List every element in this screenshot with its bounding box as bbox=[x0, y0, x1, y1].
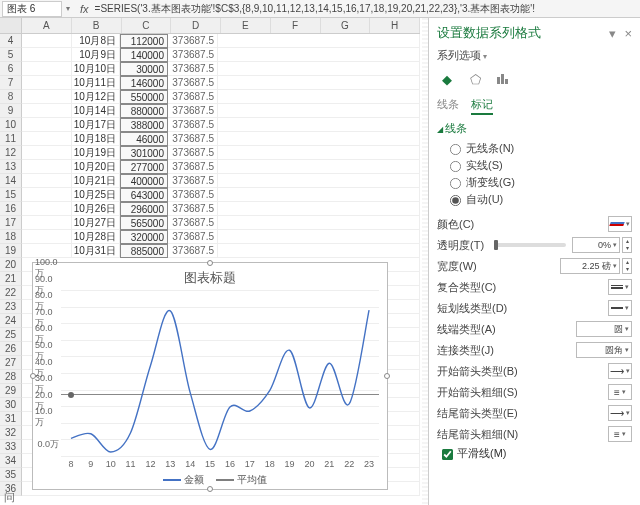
cell[interactable]: 10月26日 bbox=[72, 202, 120, 216]
transparency-value[interactable]: 0% bbox=[572, 237, 620, 253]
cell[interactable]: 140000 bbox=[120, 48, 168, 62]
row-header[interactable]: 6 bbox=[0, 62, 22, 76]
cell[interactable]: 10月25日 bbox=[72, 188, 120, 202]
cell[interactable] bbox=[218, 202, 420, 216]
chart-legend[interactable]: 金额 平均值 bbox=[33, 473, 387, 487]
row-header[interactable]: 18 bbox=[0, 230, 22, 244]
cell[interactable] bbox=[22, 160, 72, 174]
column-header[interactable]: C bbox=[122, 18, 172, 33]
cell[interactable] bbox=[218, 230, 420, 244]
cell[interactable] bbox=[218, 76, 420, 90]
series-options-tab-icon[interactable] bbox=[493, 69, 513, 89]
row-header[interactable]: 35 bbox=[0, 468, 22, 482]
task-pane-options-icon[interactable]: ▾ bbox=[609, 26, 616, 41]
cell[interactable]: 373687.5 bbox=[168, 34, 218, 48]
cell[interactable]: 10月12日 bbox=[72, 90, 120, 104]
cell[interactable]: 10月14日 bbox=[72, 104, 120, 118]
compound-type-picker[interactable] bbox=[608, 279, 632, 295]
cell[interactable]: 373687.5 bbox=[168, 230, 218, 244]
cell[interactable]: 10月8日 bbox=[72, 34, 120, 48]
row-header[interactable]: 8 bbox=[0, 90, 22, 104]
cell[interactable]: 10月11日 bbox=[72, 76, 120, 90]
effects-tab-icon[interactable]: ⬠ bbox=[465, 69, 485, 89]
row-header[interactable]: 4 bbox=[0, 34, 22, 48]
cell[interactable]: 643000 bbox=[120, 188, 168, 202]
color-picker[interactable] bbox=[608, 216, 632, 232]
line-section-header[interactable]: 线条 bbox=[437, 121, 632, 136]
cell[interactable] bbox=[22, 132, 72, 146]
row-header[interactable]: 19 bbox=[0, 244, 22, 258]
select-all-corner[interactable] bbox=[0, 18, 22, 34]
cell[interactable] bbox=[22, 48, 72, 62]
cell[interactable] bbox=[22, 174, 72, 188]
row-header[interactable]: 9 bbox=[0, 104, 22, 118]
cell[interactable]: 373687.5 bbox=[168, 244, 218, 258]
chart-plot-area[interactable]: 0.0万10.0万20.0万30.0万40.0万50.0万60.0万70.0万8… bbox=[61, 291, 379, 457]
cell[interactable]: 373687.5 bbox=[168, 62, 218, 76]
tab-line[interactable]: 线条 bbox=[437, 97, 459, 115]
column-header[interactable]: H bbox=[370, 18, 420, 33]
embedded-chart[interactable]: 图表标题 0.0万10.0万20.0万30.0万40.0万50.0万60.0万7… bbox=[32, 262, 388, 490]
cell[interactable]: 277000 bbox=[120, 160, 168, 174]
cell[interactable]: 10月31日 bbox=[72, 244, 120, 258]
column-headers[interactable]: ABCDEFGH bbox=[22, 18, 420, 34]
radio-no-line[interactable]: 无线条(N) bbox=[449, 140, 632, 157]
cell[interactable]: 146000 bbox=[120, 76, 168, 90]
cap-type-select[interactable]: 圆 bbox=[576, 321, 632, 337]
cell[interactable]: 373687.5 bbox=[168, 48, 218, 62]
cell[interactable]: 10月18日 bbox=[72, 132, 120, 146]
series-options-dropdown[interactable]: 系列选项 bbox=[437, 48, 632, 63]
column-header[interactable]: F bbox=[271, 18, 321, 33]
cell[interactable]: 373687.5 bbox=[168, 104, 218, 118]
cell[interactable] bbox=[22, 202, 72, 216]
cell[interactable] bbox=[218, 160, 420, 174]
cell[interactable]: 10月20日 bbox=[72, 160, 120, 174]
cell[interactable] bbox=[22, 34, 72, 48]
row-header[interactable]: 30 bbox=[0, 398, 22, 412]
row-header[interactable]: 11 bbox=[0, 132, 22, 146]
cell[interactable]: 10月10日 bbox=[72, 62, 120, 76]
column-header[interactable]: A bbox=[22, 18, 72, 33]
cell[interactable]: 400000 bbox=[120, 174, 168, 188]
cell[interactable] bbox=[218, 188, 420, 202]
column-header[interactable]: G bbox=[321, 18, 371, 33]
cell[interactable] bbox=[22, 118, 72, 132]
cell[interactable]: 885000 bbox=[120, 244, 168, 258]
tab-marker[interactable]: 标记 bbox=[471, 97, 493, 115]
cell[interactable]: 46000 bbox=[120, 132, 168, 146]
column-header[interactable]: D bbox=[171, 18, 221, 33]
row-header[interactable]: 24 bbox=[0, 314, 22, 328]
smooth-line-checkbox[interactable]: 平滑线(M) bbox=[441, 446, 632, 461]
cell[interactable] bbox=[218, 104, 420, 118]
cell[interactable] bbox=[218, 62, 420, 76]
row-header[interactable]: 7 bbox=[0, 76, 22, 90]
cell[interactable]: 373687.5 bbox=[168, 146, 218, 160]
width-spinner[interactable]: ▴▾ bbox=[622, 258, 632, 274]
width-value[interactable]: 2.25 磅 bbox=[560, 258, 620, 274]
cell[interactable]: 388000 bbox=[120, 118, 168, 132]
column-header[interactable]: E bbox=[221, 18, 271, 33]
begin-arrow-size-picker[interactable]: ≡ bbox=[608, 384, 632, 400]
cell[interactable]: 10月19日 bbox=[72, 146, 120, 160]
cell[interactable]: 10月21日 bbox=[72, 174, 120, 188]
cell[interactable] bbox=[22, 76, 72, 90]
cell[interactable] bbox=[218, 90, 420, 104]
cell[interactable]: 10月27日 bbox=[72, 216, 120, 230]
cell[interactable]: 373687.5 bbox=[168, 216, 218, 230]
cell[interactable]: 112000 bbox=[120, 34, 168, 48]
row-header[interactable]: 32 bbox=[0, 426, 22, 440]
cell[interactable] bbox=[22, 188, 72, 202]
cell[interactable] bbox=[22, 90, 72, 104]
name-box-dropdown[interactable]: ▾ bbox=[62, 4, 74, 13]
cell[interactable]: 373687.5 bbox=[168, 160, 218, 174]
cell[interactable]: 10月28日 bbox=[72, 230, 120, 244]
formula-bar[interactable]: =SERIES('3.基本图表功能'!$C$3,{8,9,10,11,12,13… bbox=[95, 2, 640, 16]
row-header[interactable]: 12 bbox=[0, 146, 22, 160]
row-header[interactable]: 14 bbox=[0, 174, 22, 188]
cell[interactable]: 10月17日 bbox=[72, 118, 120, 132]
cell[interactable]: 296000 bbox=[120, 202, 168, 216]
row-header[interactable]: 15 bbox=[0, 188, 22, 202]
row-header[interactable]: 10 bbox=[0, 118, 22, 132]
row-header[interactable]: 26 bbox=[0, 342, 22, 356]
cell[interactable] bbox=[218, 132, 420, 146]
